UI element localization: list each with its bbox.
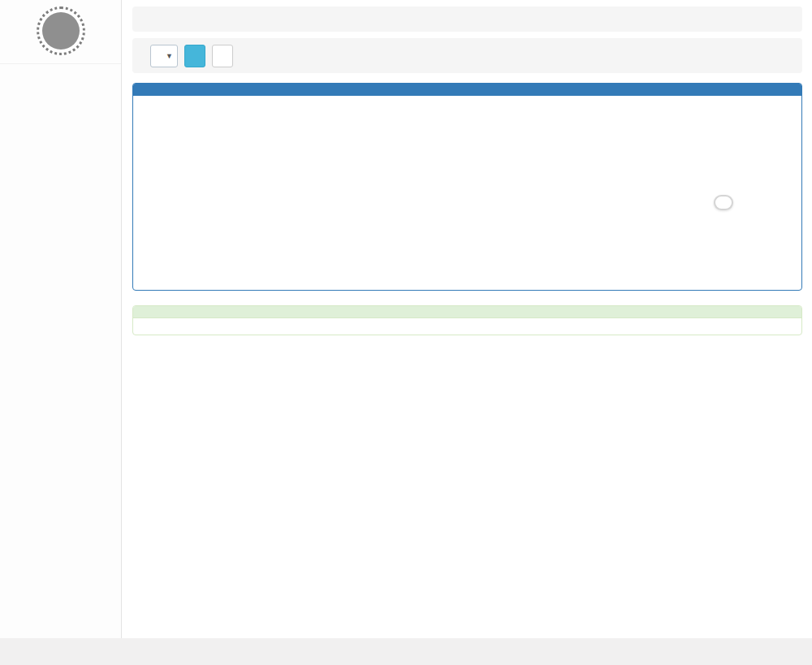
sidebar [0, 0, 122, 638]
year-select[interactable] [150, 45, 178, 67]
chart-body [133, 96, 801, 290]
report-filter-bar: ▼ [132, 38, 802, 73]
profit-chart-panel [132, 83, 802, 291]
logo [0, 0, 121, 55]
year-select-wrap: ▼ [150, 45, 178, 67]
detail-report-panel [132, 305, 802, 335]
sidebar-nav [0, 63, 121, 64]
page-footer [0, 638, 812, 665]
chart-tooltip [714, 195, 733, 210]
chart-panel-title [133, 84, 801, 96]
detail-panel-title [133, 306, 801, 318]
current-year-button[interactable] [212, 45, 233, 67]
detail-table-body [133, 318, 801, 335]
breadcrumb [132, 6, 802, 32]
main-content: ▼ [123, 0, 812, 335]
logo-badge-icon [37, 6, 85, 55]
view-report-button[interactable] [184, 45, 205, 67]
profit-line-chart[interactable] [140, 102, 795, 281]
